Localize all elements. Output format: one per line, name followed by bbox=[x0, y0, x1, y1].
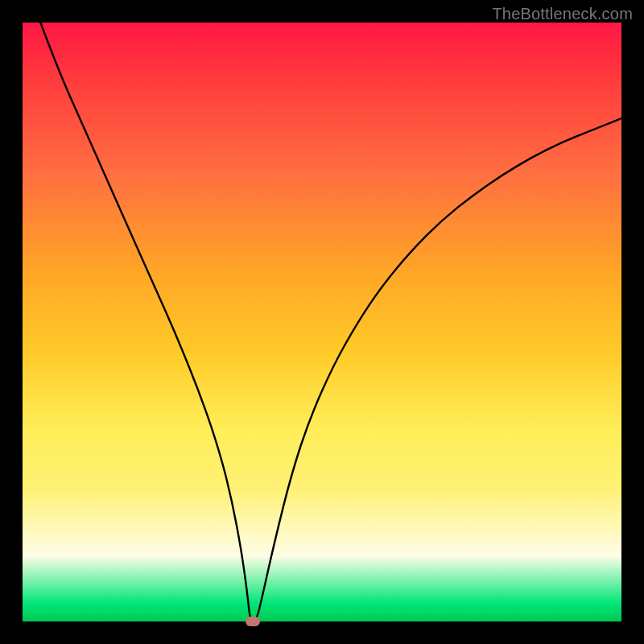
watermark-label: TheBottleneck.com bbox=[492, 5, 633, 23]
plot-area bbox=[23, 23, 621, 621]
chart-frame: TheBottleneck.com bbox=[0, 0, 644, 644]
bottleneck-curve bbox=[23, 23, 621, 621]
optimal-point-marker bbox=[246, 617, 260, 626]
